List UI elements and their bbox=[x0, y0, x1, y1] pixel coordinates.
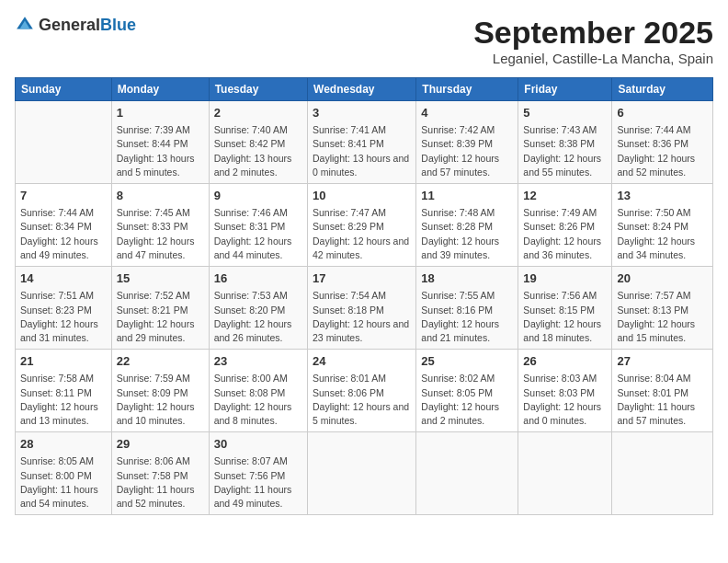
calendar-week-row: 7Sunrise: 7:44 AMSunset: 8:34 PMDaylight… bbox=[16, 184, 713, 267]
day-info: Sunrise: 7:39 AMSunset: 8:44 PMDaylight:… bbox=[117, 123, 204, 179]
day-info: Sunrise: 8:07 AMSunset: 7:56 PMDaylight:… bbox=[214, 454, 302, 511]
calendar-cell: 2Sunrise: 7:40 AMSunset: 8:42 PMDaylight… bbox=[209, 101, 307, 184]
calendar-cell bbox=[416, 432, 518, 515]
day-info: Sunrise: 8:03 AMSunset: 8:03 PMDaylight:… bbox=[523, 372, 607, 428]
weekday-header: Saturday bbox=[612, 78, 713, 101]
day-info: Sunrise: 7:53 AMSunset: 8:20 PMDaylight:… bbox=[214, 289, 302, 345]
day-number: 4 bbox=[421, 105, 513, 121]
day-number: 11 bbox=[421, 188, 513, 204]
day-info: Sunrise: 8:04 AMSunset: 8:01 PMDaylight:… bbox=[617, 372, 708, 428]
day-info: Sunrise: 7:45 AMSunset: 8:33 PMDaylight:… bbox=[117, 206, 204, 262]
day-number: 20 bbox=[617, 270, 708, 287]
calendar-cell: 13Sunrise: 7:50 AMSunset: 8:24 PMDayligh… bbox=[612, 184, 713, 267]
day-info: Sunrise: 7:43 AMSunset: 8:38 PMDaylight:… bbox=[523, 123, 607, 179]
calendar-cell: 17Sunrise: 7:54 AMSunset: 8:18 PMDayligh… bbox=[308, 267, 416, 350]
weekday-header: Monday bbox=[111, 78, 209, 101]
month-title: September 2025 bbox=[473, 15, 713, 51]
day-number: 16 bbox=[214, 270, 302, 287]
calendar-cell: 29Sunrise: 8:06 AMSunset: 7:58 PMDayligh… bbox=[111, 432, 209, 515]
day-info: Sunrise: 7:46 AMSunset: 8:31 PMDaylight:… bbox=[214, 206, 302, 262]
calendar-cell bbox=[612, 432, 713, 515]
page-header: GeneralBlue September 2025 Leganiel, Cas… bbox=[15, 15, 713, 66]
calendar-cell: 21Sunrise: 7:58 AMSunset: 8:11 PMDayligh… bbox=[16, 350, 112, 432]
logo: GeneralBlue bbox=[15, 15, 136, 35]
day-info: Sunrise: 7:55 AMSunset: 8:16 PMDaylight:… bbox=[421, 289, 513, 345]
calendar-week-row: 21Sunrise: 7:58 AMSunset: 8:11 PMDayligh… bbox=[16, 350, 713, 432]
day-number: 3 bbox=[313, 105, 411, 121]
day-number: 30 bbox=[214, 436, 302, 453]
calendar-week-row: 14Sunrise: 7:51 AMSunset: 8:23 PMDayligh… bbox=[16, 267, 713, 350]
calendar-cell: 28Sunrise: 8:05 AMSunset: 8:00 PMDayligh… bbox=[16, 432, 112, 515]
title-block: September 2025 Leganiel, Castille-La Man… bbox=[473, 15, 713, 66]
calendar-cell: 11Sunrise: 7:48 AMSunset: 8:28 PMDayligh… bbox=[416, 184, 518, 267]
day-info: Sunrise: 8:00 AMSunset: 8:08 PMDaylight:… bbox=[214, 372, 302, 428]
calendar-cell bbox=[518, 432, 612, 515]
day-number: 15 bbox=[117, 270, 204, 287]
calendar-cell: 30Sunrise: 8:07 AMSunset: 7:56 PMDayligh… bbox=[209, 432, 307, 515]
day-number: 21 bbox=[20, 353, 107, 370]
calendar-cell: 23Sunrise: 8:00 AMSunset: 8:08 PMDayligh… bbox=[209, 350, 307, 432]
day-info: Sunrise: 7:47 AMSunset: 8:29 PMDaylight:… bbox=[313, 206, 411, 262]
calendar-cell: 3Sunrise: 7:41 AMSunset: 8:41 PMDaylight… bbox=[308, 101, 416, 184]
calendar-cell: 25Sunrise: 8:02 AMSunset: 8:05 PMDayligh… bbox=[416, 350, 518, 432]
weekday-header: Wednesday bbox=[308, 78, 416, 101]
day-info: Sunrise: 7:57 AMSunset: 8:13 PMDaylight:… bbox=[617, 289, 708, 345]
day-info: Sunrise: 7:51 AMSunset: 8:23 PMDaylight:… bbox=[20, 289, 107, 345]
day-number: 22 bbox=[117, 353, 204, 370]
day-number: 12 bbox=[523, 188, 607, 204]
calendar-cell: 7Sunrise: 7:44 AMSunset: 8:34 PMDaylight… bbox=[16, 184, 112, 267]
day-info: Sunrise: 7:56 AMSunset: 8:15 PMDaylight:… bbox=[523, 289, 607, 345]
calendar-week-row: 1Sunrise: 7:39 AMSunset: 8:44 PMDaylight… bbox=[16, 101, 713, 184]
calendar-week-row: 28Sunrise: 8:05 AMSunset: 8:00 PMDayligh… bbox=[16, 432, 713, 515]
day-info: Sunrise: 7:49 AMSunset: 8:26 PMDaylight:… bbox=[523, 206, 607, 262]
day-number: 7 bbox=[20, 188, 107, 204]
calendar-cell: 14Sunrise: 7:51 AMSunset: 8:23 PMDayligh… bbox=[16, 267, 112, 350]
weekday-header: Sunday bbox=[16, 78, 112, 101]
calendar-cell: 6Sunrise: 7:44 AMSunset: 8:36 PMDaylight… bbox=[612, 101, 713, 184]
day-number: 25 bbox=[421, 353, 513, 370]
logo-general: General bbox=[39, 16, 100, 34]
weekday-header: Tuesday bbox=[209, 78, 307, 101]
day-info: Sunrise: 7:54 AMSunset: 8:18 PMDaylight:… bbox=[313, 289, 411, 345]
day-number: 29 bbox=[117, 436, 204, 453]
day-info: Sunrise: 7:44 AMSunset: 8:34 PMDaylight:… bbox=[20, 206, 107, 262]
day-info: Sunrise: 8:06 AMSunset: 7:58 PMDaylight:… bbox=[117, 454, 204, 511]
calendar-cell: 5Sunrise: 7:43 AMSunset: 8:38 PMDaylight… bbox=[518, 101, 612, 184]
day-number: 6 bbox=[617, 105, 708, 121]
calendar-cell: 10Sunrise: 7:47 AMSunset: 8:29 PMDayligh… bbox=[308, 184, 416, 267]
calendar-cell: 24Sunrise: 8:01 AMSunset: 8:06 PMDayligh… bbox=[308, 350, 416, 432]
calendar-cell: 20Sunrise: 7:57 AMSunset: 8:13 PMDayligh… bbox=[612, 267, 713, 350]
day-info: Sunrise: 8:05 AMSunset: 8:00 PMDaylight:… bbox=[20, 454, 107, 511]
day-number: 19 bbox=[523, 270, 607, 287]
day-number: 26 bbox=[523, 353, 607, 370]
calendar-table: SundayMondayTuesdayWednesdayThursdayFrid… bbox=[15, 77, 713, 515]
calendar-cell: 27Sunrise: 8:04 AMSunset: 8:01 PMDayligh… bbox=[612, 350, 713, 432]
day-info: Sunrise: 7:59 AMSunset: 8:09 PMDaylight:… bbox=[117, 372, 204, 428]
day-info: Sunrise: 8:02 AMSunset: 8:05 PMDaylight:… bbox=[421, 372, 513, 428]
day-info: Sunrise: 7:52 AMSunset: 8:21 PMDaylight:… bbox=[117, 289, 204, 345]
calendar-cell: 4Sunrise: 7:42 AMSunset: 8:39 PMDaylight… bbox=[416, 101, 518, 184]
day-info: Sunrise: 8:01 AMSunset: 8:06 PMDaylight:… bbox=[313, 372, 411, 428]
day-number: 27 bbox=[617, 353, 708, 370]
day-info: Sunrise: 7:58 AMSunset: 8:11 PMDaylight:… bbox=[20, 372, 107, 428]
calendar-header-row: SundayMondayTuesdayWednesdayThursdayFrid… bbox=[16, 78, 713, 101]
day-info: Sunrise: 7:41 AMSunset: 8:41 PMDaylight:… bbox=[313, 123, 411, 179]
calendar-cell bbox=[308, 432, 416, 515]
logo-blue: Blue bbox=[100, 16, 136, 34]
location-title: Leganiel, Castille-La Mancha, Spain bbox=[473, 51, 713, 66]
logo-icon bbox=[15, 15, 35, 35]
calendar-cell: 8Sunrise: 7:45 AMSunset: 8:33 PMDaylight… bbox=[111, 184, 209, 267]
calendar-cell: 16Sunrise: 7:53 AMSunset: 8:20 PMDayligh… bbox=[209, 267, 307, 350]
day-info: Sunrise: 7:44 AMSunset: 8:36 PMDaylight:… bbox=[617, 123, 708, 179]
day-number: 2 bbox=[214, 105, 302, 121]
day-number: 17 bbox=[313, 270, 411, 287]
day-info: Sunrise: 7:42 AMSunset: 8:39 PMDaylight:… bbox=[421, 123, 513, 179]
day-number: 1 bbox=[117, 105, 204, 121]
calendar-cell: 12Sunrise: 7:49 AMSunset: 8:26 PMDayligh… bbox=[518, 184, 612, 267]
weekday-header: Thursday bbox=[416, 78, 518, 101]
calendar-cell: 1Sunrise: 7:39 AMSunset: 8:44 PMDaylight… bbox=[111, 101, 209, 184]
day-number: 24 bbox=[313, 353, 411, 370]
calendar-cell bbox=[16, 101, 112, 184]
calendar-cell: 18Sunrise: 7:55 AMSunset: 8:16 PMDayligh… bbox=[416, 267, 518, 350]
day-number: 8 bbox=[117, 188, 204, 204]
